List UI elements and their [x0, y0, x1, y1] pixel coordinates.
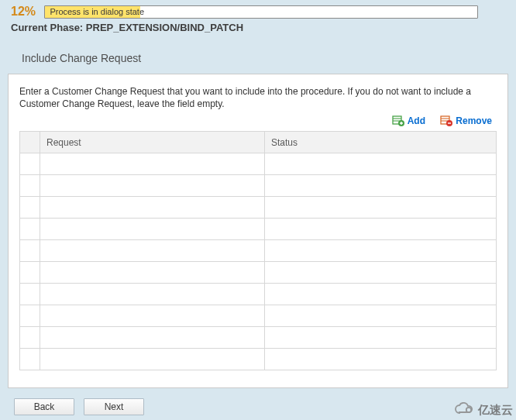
status-cell[interactable] [265, 349, 497, 370]
row-selector-cell[interactable] [20, 349, 40, 370]
column-selector [20, 132, 40, 153]
table-row[interactable] [20, 284, 497, 305]
row-selector-cell[interactable] [20, 219, 40, 240]
section-title: Include Change Request [0, 38, 516, 74]
table-row[interactable] [20, 219, 497, 240]
add-icon [392, 115, 404, 126]
column-request: Request [40, 132, 265, 153]
status-pill: Process is in dialog state [44, 5, 478, 19]
table-header-row: Request Status [20, 132, 497, 153]
request-cell[interactable] [40, 327, 265, 349]
request-cell[interactable] [40, 305, 265, 327]
request-cell[interactable] [40, 175, 265, 197]
header-bar: 12% Process is in dialog state [0, 0, 516, 20]
table-row[interactable] [20, 197, 497, 219]
request-cell[interactable] [40, 197, 265, 219]
remove-button[interactable]: Remove [440, 115, 492, 126]
back-button[interactable]: Back [14, 398, 74, 415]
status-cell[interactable] [265, 262, 497, 284]
status-cell[interactable] [265, 175, 497, 197]
table-row[interactable] [20, 327, 497, 349]
status-cell[interactable] [265, 219, 497, 240]
add-label: Add [408, 115, 425, 126]
row-selector-cell[interactable] [20, 327, 40, 349]
request-cell[interactable] [40, 284, 265, 305]
request-cell[interactable] [40, 349, 265, 370]
watermark-text: 亿速云 [478, 403, 513, 418]
table-row[interactable] [20, 153, 497, 175]
table-row[interactable] [20, 175, 497, 197]
row-selector-cell[interactable] [20, 197, 40, 219]
request-cell[interactable] [40, 153, 265, 175]
phase-label: Current Phase: [11, 22, 83, 33]
main-panel: Enter a Customer Change Request that you… [8, 74, 508, 388]
table-row[interactable] [20, 349, 497, 370]
table-row[interactable] [20, 262, 497, 284]
status-cell[interactable] [265, 305, 497, 327]
cloud-icon [453, 402, 475, 418]
phase-value: PREP_EXTENSION/BIND_PATCH [86, 22, 243, 33]
column-status: Status [265, 132, 497, 153]
row-selector-cell[interactable] [20, 175, 40, 197]
table-row[interactable] [20, 305, 497, 327]
row-selector-cell[interactable] [20, 305, 40, 327]
instruction-text: Enter a Customer Change Request that you… [19, 85, 497, 110]
status-cell[interactable] [265, 240, 497, 262]
table-toolbar: Add Remove [19, 115, 497, 131]
current-phase: Current Phase: PREP_EXTENSION/BIND_PATCH [0, 20, 516, 38]
row-selector-cell[interactable] [20, 240, 40, 262]
status-cell[interactable] [265, 197, 497, 219]
status-cell[interactable] [265, 153, 497, 175]
request-cell[interactable] [40, 219, 265, 240]
request-cell[interactable] [40, 262, 265, 284]
status-cell[interactable] [265, 284, 497, 305]
status-cell[interactable] [265, 327, 497, 349]
row-selector-cell[interactable] [20, 284, 40, 305]
request-cell[interactable] [40, 240, 265, 262]
watermark: 亿速云 [453, 402, 513, 418]
footer-bar: Back Next [0, 394, 516, 420]
remove-icon [440, 115, 452, 126]
remove-label: Remove [456, 115, 492, 126]
change-request-table: Request Status [19, 131, 497, 370]
next-button[interactable]: Next [84, 398, 144, 415]
row-selector-cell[interactable] [20, 262, 40, 284]
table-row[interactable] [20, 240, 497, 262]
row-selector-cell[interactable] [20, 153, 40, 175]
progress-percent: 12% [11, 5, 36, 19]
add-button[interactable]: Add [392, 115, 425, 126]
